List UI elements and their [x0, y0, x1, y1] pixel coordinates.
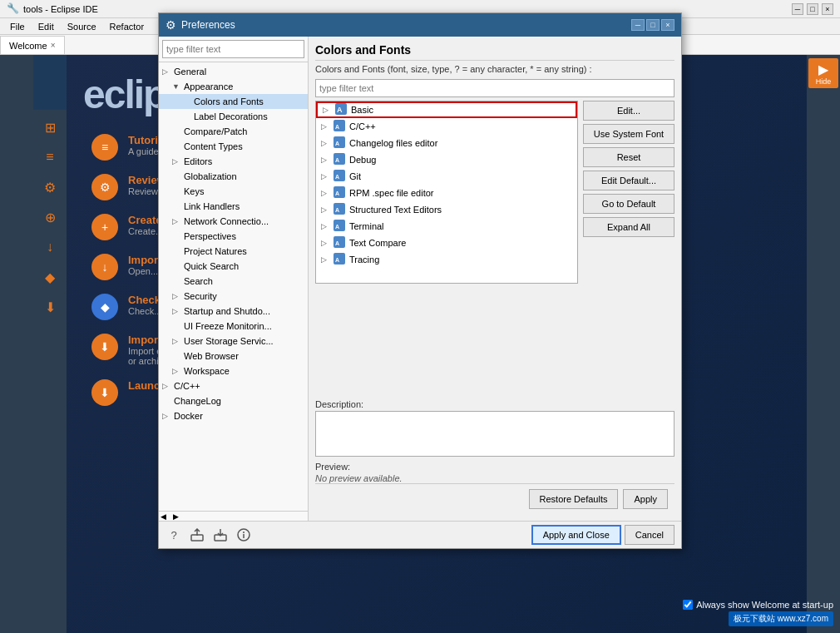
tree-horizontal-scrollbar[interactable]: ◀ ▶ [159, 511, 308, 521]
info-icon[interactable] [235, 527, 252, 543]
tree-item-glob-label: Globalization [184, 171, 304, 181]
expand-startup-icon: ▷ [172, 307, 184, 315]
minimize-button[interactable]: ─ [792, 3, 803, 15]
rpm-font-label: RPM .spec file editor [349, 188, 433, 198]
eclipse-title-icon: 🔧 [7, 2, 20, 16]
tree-item-editors[interactable]: ▷ Editors [159, 154, 308, 169]
sidebar-icon-grid[interactable]: ⊞ [36, 113, 64, 141]
tree-item-link-handlers[interactable]: Link Handlers [159, 199, 308, 214]
sidebar-icon-plus[interactable]: ⊕ [36, 203, 64, 231]
font-category-structured[interactable]: ▷ A Structured Text Editors [316, 201, 577, 218]
content-title: Colors and Fonts [315, 43, 674, 61]
tree-list: ▷ General ▼ Appearance Colors and Fonts … [159, 62, 308, 511]
dialog-maximize-button[interactable]: □ [646, 19, 660, 31]
restore-defaults-button[interactable]: Restore Defaults [529, 489, 619, 509]
tree-item-ui-freeze[interactable]: UI Freeze Monitorin... [159, 319, 308, 334]
tree-item-network-label: Network Connectio... [184, 216, 304, 226]
font-category-debug[interactable]: ▷ A Debug [316, 151, 577, 168]
edit-default-button[interactable]: Edit Default... [583, 171, 674, 190]
sidebar-icon-import[interactable]: ↓ [36, 233, 64, 261]
menu-edit[interactable]: Edit [32, 20, 61, 33]
tree-item-colors-label: Colors and Fonts [194, 96, 304, 106]
always-show-checkbox[interactable] [683, 600, 693, 610]
expand-all-button[interactable]: Expand All [583, 217, 674, 237]
font-filter-input[interactable] [315, 79, 674, 97]
reset-button[interactable]: Reset [583, 147, 674, 167]
import-icon[interactable] [212, 527, 229, 543]
changelog-font-icon: A [333, 136, 346, 151]
tree-item-label-decorations[interactable]: Label Decorations [159, 109, 308, 124]
apply-and-close-button[interactable]: Apply and Close [531, 525, 621, 545]
edit-button[interactable]: Edit... [583, 101, 674, 121]
tree-item-general[interactable]: ▷ General [159, 64, 308, 79]
hscroll-left-arrow[interactable]: ◀ [161, 512, 166, 521]
tree-item-globalization[interactable]: Globalization [159, 169, 308, 184]
import-icon: ↓ [91, 254, 118, 280]
debug-font-icon: A [333, 152, 346, 167]
sidebar-icon-download[interactable]: ⬇ [36, 293, 64, 321]
maximize-button[interactable]: □ [807, 3, 818, 15]
font-category-rpm[interactable]: ▷ A RPM .spec file editor [316, 185, 577, 201]
dialog-minimize-button[interactable]: ─ [631, 19, 645, 31]
tree-item-perspectives[interactable]: Perspectives [159, 229, 308, 244]
menu-source[interactable]: Source [61, 20, 103, 33]
svg-text:A: A [335, 157, 339, 163]
expand-keys-icon [172, 187, 184, 195]
menu-refactor[interactable]: Refactor [103, 20, 151, 33]
welcome-tab[interactable]: Welcome × [0, 36, 65, 54]
menu-file[interactable]: File [3, 20, 32, 33]
expand-network-icon: ▷ [172, 217, 184, 225]
font-category-tracing[interactable]: ▷ A Tracing [316, 251, 577, 268]
tree-item-content-types[interactable]: Content Types [159, 139, 308, 154]
tree-item-ui-label: UI Freeze Monitorin... [184, 321, 304, 331]
tree-item-editors-label: Editors [184, 156, 304, 166]
tree-item-appearance[interactable]: ▼ Appearance [159, 79, 308, 94]
font-category-text-compare[interactable]: ▷ A Text Compare [316, 235, 577, 251]
footer-icons: ? [166, 527, 531, 543]
svg-text:A: A [335, 141, 339, 146]
tree-item-network[interactable]: ▷ Network Connectio... [159, 214, 308, 229]
cancel-button[interactable]: Cancel [625, 525, 674, 545]
tree-item-quick-search[interactable]: Quick Search [159, 259, 308, 274]
tree-item-search[interactable]: Search [159, 274, 308, 289]
tree-filter-input[interactable] [162, 40, 304, 58]
hscroll-right-arrow[interactable]: ▶ [173, 512, 179, 521]
dialog-close-button[interactable]: × [661, 19, 674, 31]
sidebar-icon-gear[interactable]: ⚙ [36, 173, 64, 201]
tree-item-project-natures[interactable]: Project Natures [159, 244, 308, 259]
font-category-basic[interactable]: ▷ A Basic [316, 101, 577, 118]
tree-item-cpp[interactable]: ▷ C/C++ [159, 378, 308, 393]
tree-item-security[interactable]: ▷ Security [159, 289, 308, 304]
sidebar-icon-list[interactable]: ≡ [36, 143, 64, 171]
expand-cpp-icon: ▷ [162, 382, 174, 390]
font-category-cpp[interactable]: ▷ A C/C++ [316, 118, 577, 135]
tree-item-startup[interactable]: ▷ Startup and Shutdo... [159, 304, 308, 319]
hide-button[interactable]: ▶ Hide [808, 58, 838, 88]
expand-colors-icon [182, 97, 194, 106]
expand-rpm-font-icon: ▷ [321, 189, 333, 197]
export-icon[interactable] [189, 527, 205, 543]
tree-item-workspace[interactable]: ▷ Workspace [159, 363, 308, 378]
help-icon[interactable]: ? [166, 527, 182, 543]
close-window-button[interactable]: × [822, 3, 833, 15]
apply-button[interactable]: Apply [623, 489, 668, 509]
tree-item-colors-fonts[interactable]: Colors and Fonts [159, 94, 308, 109]
font-category-terminal[interactable]: ▷ A Terminal [316, 218, 577, 235]
use-system-font-button[interactable]: Use System Font [583, 124, 674, 144]
tree-item-changelog[interactable]: ChangeLog [159, 393, 308, 408]
tree-item-compare[interactable]: Compare/Patch [159, 124, 308, 139]
structured-font-label: Structured Text Editors [349, 205, 442, 215]
font-category-git[interactable]: ▷ A Git [316, 168, 577, 185]
go-to-default-button[interactable]: Go to Default [583, 194, 674, 214]
welcome-tab-close[interactable]: × [51, 41, 56, 50]
tree-item-docker[interactable]: ▷ Docker [159, 408, 308, 423]
tree-item-user-storage[interactable]: ▷ User Storage Servic... [159, 334, 308, 349]
tree-item-keys[interactable]: Keys [159, 184, 308, 199]
sidebar-icon-diamond[interactable]: ◆ [36, 263, 64, 291]
svg-point-23 [243, 532, 245, 533]
description-label: Description: [315, 399, 674, 409]
import-title: Import [128, 254, 161, 266]
tree-item-web-browser[interactable]: Web Browser [159, 349, 308, 363]
tree-item-workspace-label: Workspace [184, 366, 304, 376]
font-category-changelog[interactable]: ▷ A Changelog files editor [316, 135, 577, 151]
